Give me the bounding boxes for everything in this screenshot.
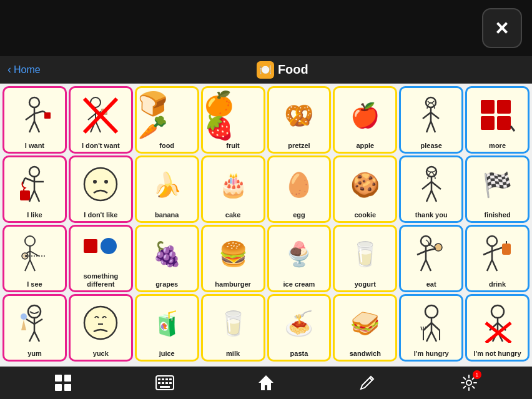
grid-row-2: I like I don't like 🍌 banana 🎂 cake 🥚	[2, 155, 530, 223]
thank-you-icon	[402, 160, 460, 210]
svg-point-52	[25, 255, 27, 257]
card-yuck[interactable]: yuck	[69, 294, 133, 362]
svg-rect-109	[162, 378, 164, 380]
juice-label: juice	[138, 349, 196, 358]
card-banana[interactable]: 🍌 banana	[135, 155, 199, 223]
grid-view-button[interactable]	[49, 369, 77, 397]
svg-rect-33	[20, 190, 30, 200]
svg-line-42	[431, 182, 441, 189]
svg-rect-111	[169, 378, 172, 380]
svg-rect-103	[55, 375, 62, 382]
drink-label: drink	[468, 280, 526, 289]
card-egg[interactable]: 🥚 egg	[267, 155, 332, 223]
card-im-not-hungry[interactable]: I'm not hungry	[465, 294, 530, 362]
pretzel-label: pretzel	[270, 141, 328, 150]
finished-icon: 🏁	[468, 160, 526, 210]
banana-label: banana	[138, 210, 196, 220]
svg-line-3	[34, 111, 43, 114]
svg-rect-116	[160, 386, 170, 388]
card-fruit[interactable]: 🍊🍓 fruit	[201, 86, 265, 154]
grid-row-3: I see something different 🍇 grapes 🍔 ham…	[2, 225, 530, 292]
card-more[interactable]: more	[465, 86, 530, 154]
cake-icon: 🎂	[204, 160, 262, 210]
svg-point-28	[29, 167, 39, 177]
card-juice[interactable]: 🧃 juice	[135, 294, 199, 362]
svg-line-19	[423, 112, 431, 119]
svg-line-94	[425, 327, 426, 330]
keyboard-button[interactable]	[151, 369, 179, 397]
svg-line-35	[34, 190, 39, 202]
grid-row-1: I want I don't want 🍞🥕	[2, 86, 530, 154]
settings-button[interactable]: 1	[455, 369, 483, 397]
svg-line-2	[26, 114, 34, 120]
svg-line-7	[34, 121, 39, 132]
svg-line-69	[492, 247, 503, 251]
nav-bar: ‹ Home 🍽️ Food	[0, 56, 532, 84]
home-nav-button[interactable]	[252, 369, 280, 397]
i-want-icon	[6, 91, 64, 141]
card-ice-cream[interactable]: 🍨 ice cream	[267, 225, 332, 292]
close-icon: ×	[495, 17, 508, 39]
more-icon	[468, 91, 526, 141]
hamburger-icon: 🍔	[204, 229, 262, 280]
card-food[interactable]: 🍞🥕 food	[135, 86, 199, 154]
svg-line-41	[422, 182, 431, 189]
card-im-hungry[interactable]: I'm hungry	[399, 294, 463, 362]
pasta-icon: 🍝	[270, 298, 328, 349]
card-i-like[interactable]: I like	[2, 155, 67, 223]
card-i-dont-like[interactable]: I don't like	[69, 155, 133, 223]
pen-button[interactable]	[353, 369, 381, 397]
svg-line-32	[22, 178, 25, 184]
svg-rect-26	[497, 116, 511, 130]
home-label: Home	[14, 64, 41, 76]
card-yum[interactable]: yum	[2, 294, 67, 362]
please-label: please	[402, 141, 460, 150]
svg-rect-110	[165, 378, 168, 380]
nav-title: 🍽️ Food	[41, 61, 525, 79]
card-sandwich[interactable]: 🥪 sandwich	[333, 294, 397, 362]
eat-label: eat	[402, 280, 460, 289]
apple-label: apple	[336, 141, 394, 150]
card-yogurt[interactable]: 🥛 yogurt	[333, 225, 397, 292]
yogurt-label: yogurt	[336, 280, 394, 289]
im-not-hungry-icon	[468, 298, 526, 349]
i-like-label: I like	[6, 210, 64, 220]
card-pasta[interactable]: 🍝 pasta	[267, 294, 332, 362]
card-apple[interactable]: 🍎 apple	[333, 86, 397, 154]
card-eat[interactable]: eat	[399, 225, 463, 292]
svg-rect-23	[481, 100, 495, 114]
card-cookie[interactable]: 🍪 cookie	[333, 155, 397, 223]
cake-label: cake	[204, 210, 262, 220]
page-title: Food	[278, 62, 308, 77]
card-milk[interactable]: 🥛 milk	[201, 294, 265, 362]
svg-point-84	[425, 305, 438, 318]
svg-rect-108	[158, 378, 160, 380]
svg-line-34	[29, 190, 34, 202]
card-thank-you[interactable]: thank you	[399, 155, 463, 223]
chevron-left-icon: ‹	[7, 63, 11, 76]
svg-line-92	[421, 327, 422, 330]
card-cake[interactable]: 🎂 cake	[201, 155, 265, 223]
home-button[interactable]: ‹ Home	[7, 63, 41, 76]
card-i-dont-want[interactable]: I don't want	[69, 86, 133, 154]
card-grapes[interactable]: 🍇 grapes	[135, 225, 199, 292]
svg-line-61	[426, 249, 436, 251]
card-i-see[interactable]: I see	[2, 225, 67, 292]
ice-cream-icon: 🍨	[270, 229, 328, 280]
settings-badge: 1	[473, 370, 481, 379]
close-button[interactable]: ×	[482, 8, 522, 48]
card-hamburger[interactable]: 🍔 hamburger	[201, 225, 265, 292]
card-drink[interactable]: drink	[465, 225, 530, 292]
card-pretzel[interactable]: 🥨 pretzel	[267, 86, 332, 154]
card-something-different[interactable]: something different	[69, 225, 133, 292]
cookie-icon: 🍪	[336, 160, 394, 210]
card-please[interactable]: please	[399, 86, 463, 154]
svg-line-43	[426, 190, 431, 202]
svg-point-95	[491, 305, 504, 318]
card-i-want[interactable]: I want	[2, 86, 67, 154]
yogurt-icon: 🥛	[336, 229, 394, 280]
main-grid-area: I want I don't want 🍞🥕	[0, 84, 532, 367]
svg-point-36	[84, 168, 117, 200]
card-finished[interactable]: 🏁 finished	[465, 155, 530, 223]
milk-label: milk	[204, 349, 262, 358]
